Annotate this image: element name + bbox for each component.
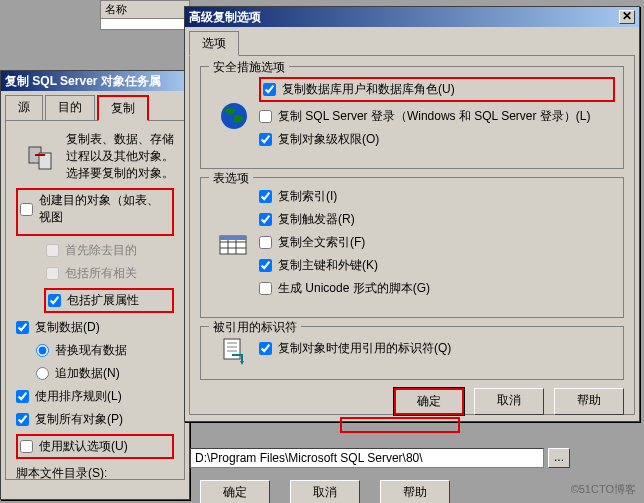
back-title: 复制 SQL Server 对象任务属 [5, 73, 161, 90]
cb-copy-fulltext[interactable]: 复制全文索引(F) [259, 234, 615, 251]
copy-task-window: 复制 SQL Server 对象任务属 源 目的 复制 复制表、数据、存储过程以… [0, 70, 190, 500]
cb-copy-db-users[interactable]: 复制数据库用户和数据库角色(U) [263, 81, 611, 98]
red-annotation [340, 417, 460, 433]
explorer-fragment: 名称 [100, 0, 190, 30]
front-tabcontent: 安全措施选项 复制数据库用户和数据库角色(U) 复制 SQL Server 登录… [189, 55, 635, 415]
grp-security: 安全措施选项 复制数据库用户和数据库角色(U) 复制 SQL Server 登录… [200, 66, 624, 169]
back-tabcontent: 复制表、数据、存储过程以及其他对象。选择要复制的对象。 创建目的对象（如表、视图… [5, 120, 185, 480]
tab-source[interactable]: 源 [5, 95, 43, 120]
rb-append[interactable]: 追加数据(N) [36, 365, 174, 382]
grp-quoted-legend: 被引用的标识符 [209, 319, 301, 336]
grp-table-legend: 表选项 [209, 170, 253, 187]
cb-create-dest[interactable]: 创建目的对象（如表、视图 [20, 192, 170, 226]
svg-rect-8 [220, 236, 246, 240]
copy-icon [16, 141, 66, 173]
front-tabs: 选项 [189, 31, 635, 55]
table-icon [209, 232, 259, 260]
browse-button[interactable]: ... [548, 448, 570, 468]
back-btnrow: 确定 取消 帮助 [200, 480, 450, 503]
front-btnrow: 确定 取消 帮助 [200, 388, 624, 415]
desc-text: 复制表、数据、存储过程以及其他对象。选择要复制的对象。 [66, 131, 174, 182]
cb-copy-all[interactable]: 复制所有对象(P) [16, 411, 174, 428]
back-ok-button[interactable]: 确定 [200, 480, 270, 503]
grp-table: 表选项 复制索引(I) 复制触发器(R) 复制全文索引(F) 复制主键和外键(K… [200, 177, 624, 318]
svg-marker-13 [240, 361, 244, 365]
rb-replace[interactable]: 替换现有数据 [36, 342, 174, 359]
cb-copy-obj-perms[interactable]: 复制对象级权限(O) [259, 131, 615, 148]
front-cancel-button[interactable]: 取消 [474, 388, 544, 415]
cb-include-ext[interactable]: 包括扩展属性 [48, 292, 170, 309]
front-help-button[interactable]: 帮助 [554, 388, 624, 415]
col-header: 名称 [101, 1, 189, 19]
advanced-copy-window: 高级复制选项 ✕ 选项 安全措施选项 复制数据库用户和数据库角色(U) 复制 S… [184, 6, 640, 422]
close-icon[interactable]: ✕ [619, 10, 635, 24]
cb-use-default[interactable]: 使用默认选项(U) [20, 438, 170, 455]
script-path-input[interactable] [190, 448, 544, 468]
desc-row: 复制表、数据、存储过程以及其他对象。选择要复制的对象。 [16, 131, 174, 182]
front-titlebar: 高级复制选项 ✕ [185, 7, 639, 27]
cb-gen-unicode[interactable]: 生成 Unicode 形式的脚本(G) [259, 280, 615, 297]
cb-use-sort[interactable]: 使用排序规则(L) [16, 388, 174, 405]
script-path-row: ... [190, 448, 570, 468]
cb-copy-data[interactable]: 复制数据(D) [16, 319, 174, 336]
cb-copy-triggers[interactable]: 复制触发器(R) [259, 211, 615, 228]
cb-copy-indexes[interactable]: 复制索引(I) [259, 188, 615, 205]
front-title: 高级复制选项 [189, 9, 261, 26]
script-icon [209, 337, 259, 365]
tab-copy[interactable]: 复制 [97, 95, 149, 121]
script-dir-label: 脚本文件目录(S): [16, 465, 174, 480]
cb-copy-logins[interactable]: 复制 SQL Server 登录（Windows 和 SQL Server 登录… [259, 108, 615, 125]
cb-copy-pkfk[interactable]: 复制主键和外键(K) [259, 257, 615, 274]
cb-include-deps: 包括所有相关 [46, 265, 174, 282]
back-cancel-button[interactable]: 取消 [290, 480, 360, 503]
tab-dest[interactable]: 目的 [45, 95, 95, 120]
globe-icon [209, 100, 259, 132]
tab-options[interactable]: 选项 [189, 31, 239, 56]
back-tabs: 源 目的 复制 [5, 95, 185, 120]
front-ok-button[interactable]: 确定 [394, 388, 464, 415]
cb-use-quoted[interactable]: 复制对象时使用引用的标识符(Q) [259, 340, 615, 357]
back-titlebar: 复制 SQL Server 对象任务属 [1, 71, 189, 91]
grp-security-legend: 安全措施选项 [209, 59, 289, 76]
cb-drop-first: 首先除去目的 [46, 242, 174, 259]
watermark: ©51CTO博客 [571, 482, 636, 497]
back-help-button[interactable]: 帮助 [380, 480, 450, 503]
grp-quoted: 被引用的标识符 复制对象时使用引用的标识符(Q) [200, 326, 624, 380]
